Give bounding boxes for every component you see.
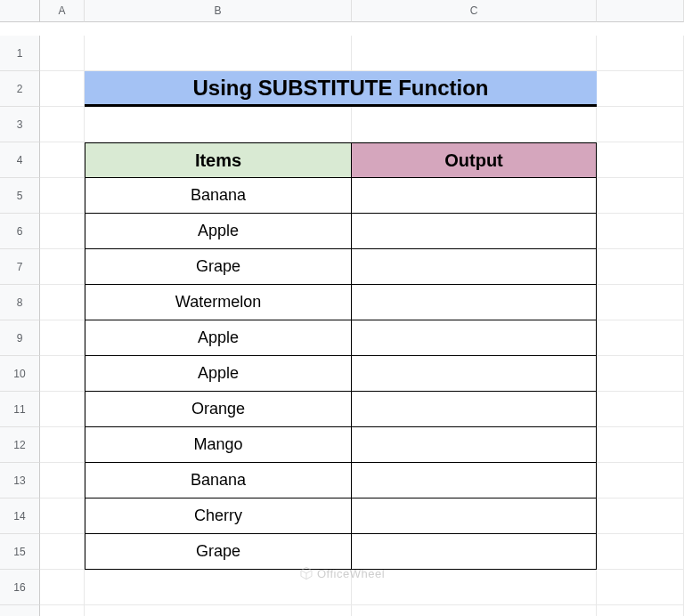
- spreadsheet-grid: A B C 1 2 Using SUBSTITUTE Function 3 4 …: [0, 0, 684, 616]
- cell-b5[interactable]: Banana: [85, 178, 352, 214]
- row-header-3[interactable]: 3: [0, 107, 40, 142]
- cell-d11[interactable]: [597, 392, 684, 427]
- col-header-a[interactable]: A: [40, 0, 85, 22]
- cell-d15[interactable]: [597, 534, 684, 570]
- row-header-17[interactable]: 17: [0, 605, 40, 616]
- cell-b3[interactable]: [85, 107, 352, 142]
- cell-d2[interactable]: [597, 71, 684, 107]
- cell-b9[interactable]: Apple: [85, 320, 352, 356]
- row-header-7[interactable]: 7: [0, 249, 40, 285]
- cell-c12[interactable]: [352, 427, 597, 463]
- row-header-4[interactable]: 4: [0, 142, 40, 178]
- row-header-11[interactable]: 11: [0, 392, 40, 427]
- col-header-next[interactable]: [597, 0, 684, 22]
- cell-a8[interactable]: [40, 285, 85, 320]
- cell-d3[interactable]: [597, 107, 684, 142]
- cell-c5[interactable]: [352, 178, 597, 214]
- row-header-16[interactable]: 16: [0, 570, 40, 605]
- cell-d13[interactable]: [597, 463, 684, 498]
- cell-b10[interactable]: Apple: [85, 356, 352, 392]
- cell-b1[interactable]: [85, 36, 352, 71]
- cell-a11[interactable]: [40, 392, 85, 427]
- row-header-15[interactable]: 15: [0, 534, 40, 570]
- cell-c7[interactable]: [352, 249, 597, 285]
- cell-d9[interactable]: [597, 320, 684, 356]
- row-header-10[interactable]: 10: [0, 356, 40, 392]
- cell-c6[interactable]: [352, 214, 597, 249]
- cell-c3[interactable]: [352, 107, 597, 142]
- title-cell[interactable]: Using SUBSTITUTE Function: [85, 71, 597, 107]
- cell-c13[interactable]: [352, 463, 597, 498]
- cell-a2[interactable]: [40, 71, 85, 107]
- cell-d8[interactable]: [597, 285, 684, 320]
- cell-d16[interactable]: [597, 570, 684, 605]
- cell-d7[interactable]: [597, 249, 684, 285]
- cell-b12[interactable]: Mango: [85, 427, 352, 463]
- cell-c16[interactable]: [352, 570, 597, 605]
- cell-b8[interactable]: Watermelon: [85, 285, 352, 320]
- cell-b13[interactable]: Banana: [85, 463, 352, 498]
- row-header-14[interactable]: 14: [0, 498, 40, 534]
- cell-b15[interactable]: Grape: [85, 534, 352, 570]
- cell-d4[interactable]: [597, 142, 684, 178]
- cell-a6[interactable]: [40, 214, 85, 249]
- row-header-9[interactable]: 9: [0, 320, 40, 356]
- cell-d6[interactable]: [597, 214, 684, 249]
- cell-a14[interactable]: [40, 498, 85, 534]
- cell-c14[interactable]: [352, 498, 597, 534]
- cell-a10[interactable]: [40, 356, 85, 392]
- cell-c1[interactable]: [352, 36, 597, 71]
- cell-b16[interactable]: [85, 570, 352, 605]
- cell-b7[interactable]: Grape: [85, 249, 352, 285]
- row-header-5[interactable]: 5: [0, 178, 40, 214]
- cell-d10[interactable]: [597, 356, 684, 392]
- cell-d1[interactable]: [597, 36, 684, 71]
- row-header-12[interactable]: 12: [0, 427, 40, 463]
- cell-c8[interactable]: [352, 285, 597, 320]
- cell-a7[interactable]: [40, 249, 85, 285]
- header-output[interactable]: Output: [352, 142, 597, 178]
- cell-a17[interactable]: [40, 605, 85, 616]
- col-header-c[interactable]: C: [352, 0, 597, 22]
- col-header-b[interactable]: B: [85, 0, 352, 22]
- cell-b17[interactable]: [85, 605, 352, 616]
- cell-a9[interactable]: [40, 320, 85, 356]
- cell-b14[interactable]: Cherry: [85, 498, 352, 534]
- cell-d14[interactable]: [597, 498, 684, 534]
- row-header-2[interactable]: 2: [0, 71, 40, 107]
- cell-a15[interactable]: [40, 534, 85, 570]
- cell-a3[interactable]: [40, 107, 85, 142]
- cell-a5[interactable]: [40, 178, 85, 214]
- row-header-1[interactable]: 1: [0, 36, 40, 71]
- row-header-6[interactable]: 6: [0, 214, 40, 249]
- cell-a16[interactable]: [40, 570, 85, 605]
- cell-a1[interactable]: [40, 36, 85, 71]
- cell-c9[interactable]: [352, 320, 597, 356]
- cell-b11[interactable]: Orange: [85, 392, 352, 427]
- cell-b6[interactable]: Apple: [85, 214, 352, 249]
- header-items[interactable]: Items: [85, 142, 352, 178]
- row-header-13[interactable]: 13: [0, 463, 40, 498]
- cell-a13[interactable]: [40, 463, 85, 498]
- cell-c17[interactable]: [352, 605, 597, 616]
- cell-d5[interactable]: [597, 178, 684, 214]
- cell-d12[interactable]: [597, 427, 684, 463]
- select-all-corner[interactable]: [0, 0, 40, 22]
- cell-d17[interactable]: [597, 605, 684, 616]
- cell-c10[interactable]: [352, 356, 597, 392]
- cell-a4[interactable]: [40, 142, 85, 178]
- cell-c11[interactable]: [352, 392, 597, 427]
- cell-a12[interactable]: [40, 427, 85, 463]
- row-header-8[interactable]: 8: [0, 285, 40, 320]
- cell-c15[interactable]: [352, 534, 597, 570]
